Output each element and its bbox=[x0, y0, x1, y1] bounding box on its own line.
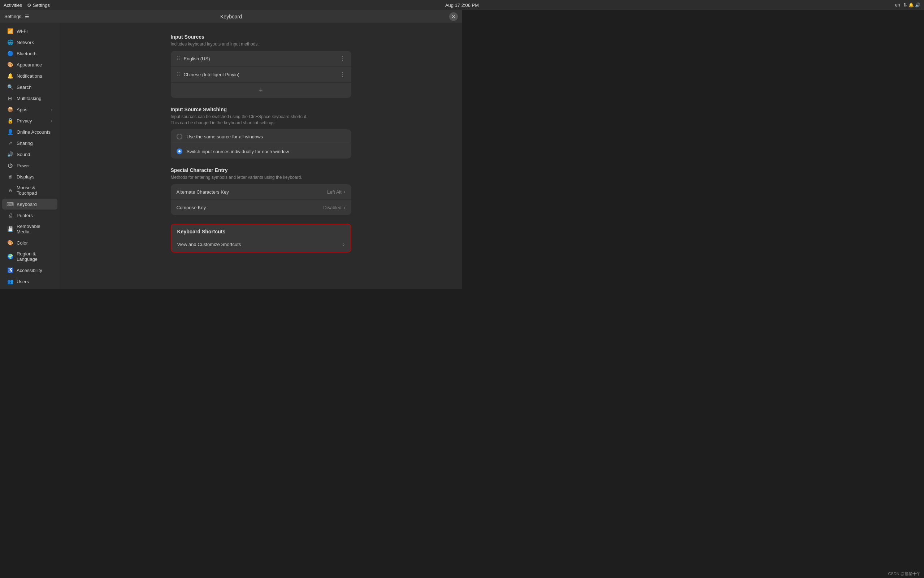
notifications-icon: 🔔 bbox=[7, 73, 13, 79]
sidebar-item-mouse-touchpad[interactable]: 🖱 Mouse & Touchpad bbox=[2, 182, 57, 198]
content-inner: Input Sources Includes keyboard layouts … bbox=[171, 34, 351, 253]
sidebar-item-multitasking[interactable]: ⊞ Multitasking bbox=[2, 93, 57, 104]
radio-label-same: Use the same source for all windows bbox=[187, 134, 263, 140]
sidebar-item-wifi[interactable]: 📶 Wi-Fi bbox=[2, 26, 57, 36]
sidebar-item-displays[interactable]: 🖥 Displays bbox=[2, 171, 57, 182]
sidebar-label-multitasking: Multitasking bbox=[16, 96, 52, 101]
keyboard-icon: ⌨ bbox=[7, 201, 13, 207]
privacy-icon: 🔒 bbox=[7, 118, 13, 123]
window-titlebar: Settings ☰ Keyboard ✕ bbox=[0, 10, 462, 23]
input-source-menu-chinese[interactable]: ⋮ bbox=[340, 71, 346, 78]
alternate-chars-row[interactable]: Alternate Characters Key Left Alt › bbox=[171, 184, 351, 200]
add-input-source-row: + bbox=[171, 83, 351, 98]
multitasking-icon: ⊞ bbox=[7, 95, 13, 101]
drag-handle-english[interactable]: ⠿ bbox=[176, 56, 180, 62]
privacy-chevron-icon: › bbox=[51, 119, 52, 123]
compose-key-label: Compose Key bbox=[176, 205, 324, 210]
sidebar-item-apps[interactable]: 📦 Apps › bbox=[2, 104, 57, 115]
sidebar-item-default-apps[interactable]: ★ Default Apps bbox=[2, 287, 57, 289]
activities-button[interactable]: Activities bbox=[3, 3, 22, 8]
sidebar-item-printers[interactable]: 🖨 Printers bbox=[2, 210, 57, 221]
users-icon: 👥 bbox=[7, 279, 13, 284]
keyboard-shortcuts-section: Keyboard Shortcuts View and Customize Sh… bbox=[171, 224, 351, 253]
radio-same-source[interactable]: Use the same source for all windows bbox=[171, 129, 351, 144]
sidebar-label-mouse: Mouse & Touchpad bbox=[16, 185, 52, 196]
input-sources-card: ⠿ English (US) ⋮ ⠿ Chinese (Intelligent … bbox=[171, 51, 351, 98]
compose-key-row[interactable]: Compose Key Disabled › bbox=[171, 200, 351, 215]
input-source-label-chinese: Chinese (Intelligent Pinyin) bbox=[184, 72, 336, 77]
drag-handle-chinese[interactable]: ⠿ bbox=[176, 71, 180, 77]
settings-title-label: Settings bbox=[4, 14, 21, 19]
sidebar-item-keyboard[interactable]: ⌨ Keyboard bbox=[2, 199, 57, 209]
sidebar-label-removable-media: Removable Media bbox=[16, 224, 52, 234]
sidebar-item-online-accounts[interactable]: 👤 Online Accounts bbox=[2, 127, 57, 137]
radio-circle-same bbox=[176, 134, 182, 140]
sidebar-label-printers: Printers bbox=[16, 213, 52, 218]
settings-window: Settings ☰ Keyboard ✕ 📶 Wi-Fi 🌐 Network … bbox=[0, 10, 462, 289]
sidebar-item-power[interactable]: ⏻ Power bbox=[2, 160, 57, 171]
input-switching-card: Use the same source for all windows Swit… bbox=[171, 129, 351, 159]
sidebar-label-online-accounts: Online Accounts bbox=[16, 129, 52, 135]
region-icon: 🌍 bbox=[7, 253, 13, 260]
sidebar-item-search[interactable]: 🔍 Search bbox=[2, 82, 57, 93]
sidebar-item-region-language[interactable]: 🌍 Region & Language bbox=[2, 248, 57, 265]
displays-icon: 🖥 bbox=[7, 174, 13, 180]
sidebar-item-network[interactable]: 🌐 Network bbox=[2, 37, 57, 48]
sound-icon: 🔊 bbox=[7, 151, 13, 157]
radio-circle-individual bbox=[176, 148, 182, 154]
sidebar-label-sound: Sound bbox=[16, 152, 52, 157]
sidebar-item-privacy[interactable]: 🔒 Privacy › bbox=[2, 115, 57, 126]
sidebar-label-privacy: Privacy bbox=[16, 118, 47, 123]
view-customize-shortcuts-row[interactable]: View and Customize Shortcuts › bbox=[172, 237, 351, 252]
settings-topbar-label[interactable]: ⚙ Settings bbox=[27, 3, 50, 8]
input-sources-title: Input Sources bbox=[171, 34, 351, 40]
wifi-icon: 📶 bbox=[7, 28, 13, 34]
sidebar-label-power: Power bbox=[16, 163, 52, 168]
accessibility-icon: ♿ bbox=[7, 267, 13, 273]
sidebar-item-removable-media[interactable]: 💾 Removable Media bbox=[2, 221, 57, 237]
radio-individual-source[interactable]: Switch input sources individually for ea… bbox=[171, 144, 351, 159]
network-icon: 🌐 bbox=[7, 39, 13, 45]
sidebar-item-sharing[interactable]: ↗ Sharing bbox=[2, 138, 57, 148]
special-char-section: Special Character Entry Methods for ente… bbox=[171, 167, 351, 215]
printers-icon: 🖨 bbox=[7, 213, 13, 218]
add-input-source-button[interactable]: + bbox=[259, 87, 263, 94]
keyboard-shortcuts-card: View and Customize Shortcuts › bbox=[172, 237, 351, 252]
compose-key-value: Disabled bbox=[323, 205, 341, 210]
view-customize-shortcuts-chevron: › bbox=[343, 241, 345, 247]
input-switching-title: Input Source Switching bbox=[171, 107, 351, 112]
input-source-label-english: English (US) bbox=[184, 56, 336, 62]
sidebar-item-users[interactable]: 👥 Users bbox=[2, 276, 57, 287]
sidebar-item-sound[interactable]: 🔊 Sound bbox=[2, 149, 57, 160]
special-char-title: Special Character Entry bbox=[171, 167, 351, 173]
sidebar-item-accessibility[interactable]: ♿ Accessibility bbox=[2, 265, 57, 276]
sidebar-label-region: Region & Language bbox=[16, 251, 52, 262]
sidebar-item-bluetooth[interactable]: 🔵 Bluetooth bbox=[2, 48, 57, 59]
input-source-menu-english[interactable]: ⋮ bbox=[340, 55, 346, 62]
alternate-chars-value: Left Alt bbox=[327, 189, 341, 195]
input-sources-section: Input Sources Includes keyboard layouts … bbox=[171, 34, 351, 98]
mouse-icon: 🖱 bbox=[7, 187, 13, 193]
sharing-icon: ↗ bbox=[7, 140, 13, 146]
sidebar-item-notifications[interactable]: 🔔 Notifications bbox=[2, 70, 57, 81]
compose-key-chevron: › bbox=[344, 205, 346, 210]
color-icon: 🎨 bbox=[7, 240, 13, 246]
input-switching-subtitle: Input sources can be switched using the … bbox=[171, 114, 351, 126]
sidebar-label-color: Color bbox=[16, 240, 52, 246]
titlebar-left: Settings ☰ bbox=[4, 14, 29, 19]
sidebar-item-appearance[interactable]: 🎨 Appearance bbox=[2, 59, 57, 70]
apps-chevron-icon: › bbox=[51, 107, 52, 112]
sidebar-label-apps: Apps bbox=[16, 107, 47, 112]
sidebar-item-color[interactable]: 🎨 Color bbox=[2, 237, 57, 248]
input-source-row-chinese: ⠿ Chinese (Intelligent Pinyin) ⋮ bbox=[171, 67, 351, 83]
content-area: Input Sources Includes keyboard layouts … bbox=[60, 23, 462, 289]
close-button[interactable]: ✕ bbox=[449, 12, 458, 21]
input-source-row-english: ⠿ English (US) ⋮ bbox=[171, 51, 351, 67]
topbar-datetime: Aug 17 2:06 PM bbox=[445, 3, 462, 8]
sidebar-label-accessibility: Accessibility bbox=[16, 268, 52, 273]
view-customize-shortcuts-label: View and Customize Shortcuts bbox=[177, 242, 343, 247]
hamburger-button[interactable]: ☰ bbox=[25, 14, 29, 19]
removable-media-icon: 💾 bbox=[7, 226, 13, 232]
sidebar-label-sharing: Sharing bbox=[16, 141, 52, 146]
power-icon: ⏻ bbox=[7, 162, 13, 168]
